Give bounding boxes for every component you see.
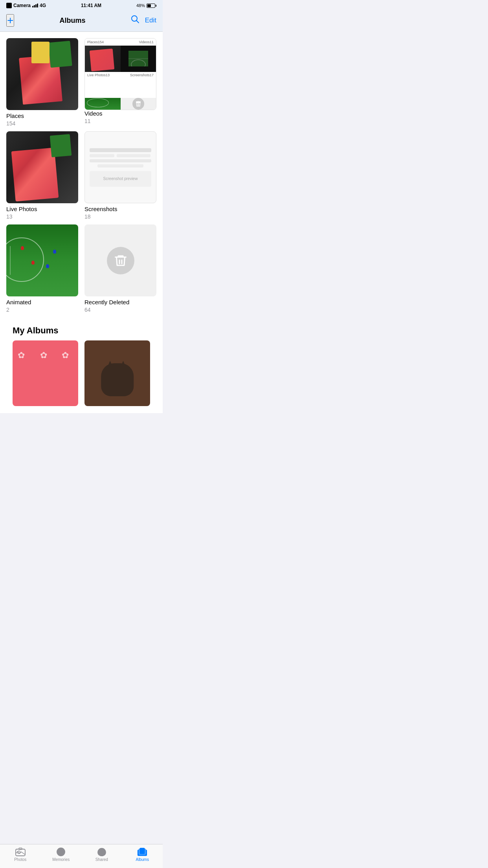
album-livephotos-thumbnail xyxy=(6,131,78,203)
album-recently-deleted[interactable]: Recently Deleted 64 xyxy=(84,224,156,313)
album-screenshots-name: Screenshots xyxy=(84,206,156,213)
album-animated[interactable]: Animated 2 xyxy=(6,224,78,313)
svg-rect-5 xyxy=(136,102,141,102)
album-deleted-thumbnail xyxy=(84,224,156,296)
edit-button[interactable]: Edit xyxy=(145,17,156,24)
vm-cell-places xyxy=(85,46,121,72)
my-albums-section: My Albums ✿ ✿ ✿ xyxy=(6,318,156,413)
album-livephotos[interactable]: Live Photos 13 xyxy=(6,131,78,220)
my-albums-header: My Albums xyxy=(6,318,156,340)
search-button[interactable] xyxy=(131,15,139,26)
albums-grid: Places 154 Places 154 Videos 11 xyxy=(6,38,156,318)
album-screenshots[interactable]: Screenshot preview Screenshots 18 xyxy=(84,131,156,220)
network-type: 4G xyxy=(40,3,46,8)
album-videos-thumbnail: Places 154 Videos 11 xyxy=(84,38,156,110)
album-livephotos-name: Live Photos xyxy=(6,206,78,213)
vm-videos-count: 11 xyxy=(150,40,154,44)
status-left: Camera 4G xyxy=(6,3,46,8)
album-animated-name: Animated xyxy=(6,299,78,306)
album-videos[interactable]: Places 154 Videos 11 xyxy=(84,38,156,127)
album-places-name: Places xyxy=(6,112,78,120)
album-animated-count: 2 xyxy=(6,307,78,313)
nav-actions: Edit xyxy=(131,15,156,26)
battery-icon xyxy=(147,4,156,8)
vm-cell-videos xyxy=(121,46,156,72)
status-bar: Camera 4G 11:41 AM 48% xyxy=(0,0,163,11)
vm-live-count: 13 xyxy=(106,73,110,97)
vm-places-count: 154 xyxy=(98,40,104,44)
album-screenshots-thumbnail: Screenshot preview xyxy=(84,131,156,203)
my-album-2-thumbnail xyxy=(84,340,150,406)
album-places-thumbnail xyxy=(6,38,78,110)
vm-videos-label: Videos xyxy=(139,40,150,44)
carrier-label: Camera xyxy=(13,3,31,8)
vm-ss-label: Screenshots xyxy=(130,73,150,97)
vm-cell-live xyxy=(85,98,121,110)
album-videos-count: 11 xyxy=(84,118,156,124)
vm-cell-trash xyxy=(121,98,156,110)
my-albums-grid: ✿ ✿ ✿ xyxy=(6,340,156,413)
vm-places-label: Places xyxy=(87,40,98,44)
battery-percent: 48% xyxy=(136,3,145,8)
album-deleted-count: 64 xyxy=(84,307,156,313)
vm-ss-count: 17 xyxy=(150,73,154,97)
signal-bars xyxy=(32,4,38,7)
album-places-count: 154 xyxy=(6,120,78,127)
album-animated-thumbnail xyxy=(6,224,78,296)
my-album-1-thumbnail: ✿ ✿ ✿ xyxy=(13,340,78,406)
camera-app-icon xyxy=(6,3,12,8)
album-deleted-name: Recently Deleted xyxy=(84,299,156,306)
status-right: 48% xyxy=(136,3,156,8)
main-content: Places 154 Places 154 Videos 11 xyxy=(0,32,163,413)
vm-live-label: Live Photos xyxy=(87,73,106,97)
album-videos-name: Videos xyxy=(84,110,156,117)
add-album-button[interactable]: + xyxy=(6,14,14,27)
svg-line-1 xyxy=(136,21,139,23)
album-places[interactable]: Places 154 xyxy=(6,38,78,127)
my-album-2[interactable] xyxy=(84,340,150,408)
trash-circle-icon xyxy=(107,247,134,274)
nav-bar: + Albums Edit xyxy=(0,11,163,32)
status-time: 11:41 AM xyxy=(81,3,101,8)
page-title: Albums xyxy=(60,17,86,25)
album-livephotos-count: 13 xyxy=(6,213,78,220)
my-album-1[interactable]: ✿ ✿ ✿ xyxy=(13,340,78,408)
album-screenshots-count: 18 xyxy=(84,213,156,220)
